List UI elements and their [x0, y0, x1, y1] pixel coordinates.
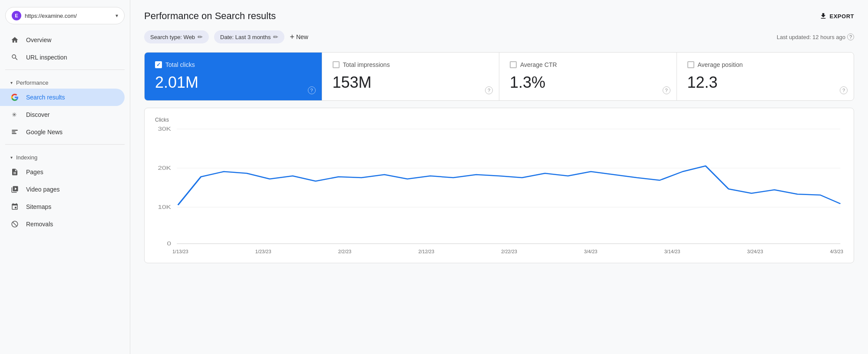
- sidebar-item-discover[interactable]: ✳ Discover: [0, 106, 125, 123]
- performance-label: Performance: [16, 79, 48, 86]
- checkmark-icon: ✓: [156, 62, 161, 68]
- metric-label: Total clicks: [165, 61, 195, 68]
- site-favicon: E: [12, 11, 21, 20]
- discover-label: Discover: [26, 111, 50, 118]
- page-title: Performance on Search results: [144, 10, 276, 22]
- date-filter[interactable]: Date: Last 3 months ✏: [214, 30, 284, 43]
- performance-chevron: ▾: [10, 80, 13, 85]
- url-inspection-label: URL inspection: [26, 54, 67, 61]
- filter-bar: Search type: Web ✏ Date: Last 3 months ✏…: [144, 30, 854, 43]
- svg-text:✳: ✳: [12, 112, 17, 118]
- chart-container: Clicks 30K 20K 10K 0 1/13/231/23/232/2/2…: [144, 108, 854, 263]
- metric-checkbox: [510, 61, 517, 68]
- google-news-icon: [10, 128, 19, 136]
- chart-x-label: 1/13/23: [172, 249, 188, 254]
- chart-x-label: 1/23/23: [255, 249, 271, 254]
- metrics-row: ✓ Total clicks 2.01M ? Total impressions…: [144, 52, 854, 101]
- metric-card-average-ctr[interactable]: Average CTR 1.3% ?: [499, 53, 677, 100]
- chart-x-label: 3/4/23: [584, 249, 597, 254]
- removals-icon: [10, 220, 19, 228]
- indexing-section-label[interactable]: ▾ Indexing: [0, 148, 130, 163]
- metric-value: 12.3: [687, 73, 844, 92]
- export-button[interactable]: EXPORT: [819, 12, 854, 20]
- metric-card-header: Average CTR: [510, 61, 666, 68]
- search-type-filter[interactable]: Search type: Web ✏: [144, 30, 209, 43]
- home-icon: [10, 36, 19, 44]
- svg-text:10K: 10K: [158, 204, 171, 210]
- sidebar-item-pages[interactable]: Pages: [0, 163, 125, 181]
- removals-label: Removals: [26, 221, 53, 228]
- sidebar-item-video-pages[interactable]: Video pages: [0, 181, 125, 198]
- chart-x-label: 2/2/23: [338, 249, 352, 254]
- sidebar-item-url-inspection[interactable]: URL inspection: [0, 49, 125, 66]
- chart-x-label: 3/14/23: [664, 249, 680, 254]
- overview-label: Overview: [26, 36, 51, 43]
- metric-card-header: ✓ Total clicks: [155, 61, 311, 68]
- last-updated-help-icon[interactable]: ?: [847, 33, 854, 40]
- metric-card-total-clicks[interactable]: ✓ Total clicks 2.01M ?: [145, 53, 322, 100]
- sidebar: E https://examine.com/ ▾ Overview URL in…: [0, 0, 130, 354]
- metric-help-icon[interactable]: ?: [840, 86, 848, 94]
- chart-x-label: 2/22/23: [501, 249, 517, 254]
- metric-card-total-impressions[interactable]: Total impressions 153M ?: [322, 53, 500, 100]
- last-updated: Last updated: 12 hours ago ?: [777, 33, 854, 40]
- divider-1: [5, 69, 125, 70]
- url-text: https://examine.com/: [25, 13, 112, 19]
- metric-checkbox: ✓: [155, 61, 162, 68]
- new-button[interactable]: + New: [290, 33, 308, 42]
- chart-y-label: Clicks: [155, 117, 843, 123]
- pages-label: Pages: [26, 169, 43, 175]
- svg-rect-3: [12, 133, 17, 134]
- chart-x-label: 3/24/23: [747, 249, 763, 254]
- metric-help-icon[interactable]: ?: [663, 86, 670, 94]
- chart-area: 30K 20K 10K 0: [155, 125, 843, 246]
- metric-checkbox: [687, 61, 694, 68]
- search-icon: [10, 53, 19, 62]
- export-icon: [819, 12, 827, 20]
- url-bar[interactable]: E https://examine.com/ ▾: [5, 7, 125, 24]
- metric-label: Total impressions: [343, 61, 390, 68]
- chart-x-label: 2/12/23: [418, 249, 434, 254]
- pages-icon: [10, 168, 19, 176]
- sidebar-item-removals[interactable]: Removals: [0, 215, 125, 233]
- sidebar-item-search-results[interactable]: Search results: [0, 89, 125, 106]
- url-dropdown-icon: ▾: [116, 13, 118, 19]
- indexing-chevron: ▾: [10, 155, 13, 160]
- main-header: Performance on Search results EXPORT: [144, 10, 854, 22]
- line-chart: 30K 20K 10K 0: [155, 125, 843, 246]
- metric-help-icon[interactable]: ?: [485, 86, 493, 94]
- divider-2: [5, 144, 125, 145]
- main-content: Performance on Search results EXPORT Sea…: [130, 0, 868, 354]
- asterisk-icon: ✳: [10, 110, 19, 119]
- metric-card-header: Total impressions: [333, 61, 489, 68]
- svg-text:30K: 30K: [158, 126, 171, 132]
- metric-checkbox: [333, 61, 340, 68]
- metric-card-average-position[interactable]: Average position 12.3 ?: [677, 53, 854, 100]
- svg-text:20K: 20K: [158, 165, 171, 171]
- sidebar-item-sitemaps[interactable]: Sitemaps: [0, 198, 125, 215]
- svg-text:0: 0: [167, 240, 171, 246]
- sitemaps-icon: [10, 202, 19, 211]
- sidebar-nav: Overview URL inspection ▾ Performance Se…: [0, 30, 130, 235]
- sidebar-item-google-news[interactable]: Google News: [0, 123, 125, 141]
- metric-card-header: Average position: [687, 61, 844, 68]
- chart-x-label: 4/3/23: [830, 249, 843, 254]
- google-g-icon: [10, 93, 19, 102]
- metric-value: 1.3%: [510, 73, 666, 92]
- video-icon: [10, 185, 19, 194]
- svg-rect-2: [12, 132, 15, 132]
- search-results-label: Search results: [26, 94, 65, 101]
- chart-x-labels: 1/13/231/23/232/2/232/12/232/22/233/4/23…: [155, 246, 843, 254]
- svg-rect-1: [12, 130, 18, 131]
- google-news-label: Google News: [26, 129, 63, 136]
- edit-icon-date: ✏: [273, 33, 278, 40]
- metric-value: 153M: [333, 73, 489, 92]
- metric-help-icon[interactable]: ?: [308, 86, 316, 94]
- edit-icon: ✏: [198, 33, 203, 40]
- sidebar-item-overview[interactable]: Overview: [0, 31, 125, 49]
- metric-label: Average position: [698, 61, 743, 68]
- performance-section-label[interactable]: ▾ Performance: [0, 73, 130, 89]
- video-pages-label: Video pages: [26, 186, 60, 193]
- metric-label: Average CTR: [520, 61, 557, 68]
- metric-value: 2.01M: [155, 73, 311, 92]
